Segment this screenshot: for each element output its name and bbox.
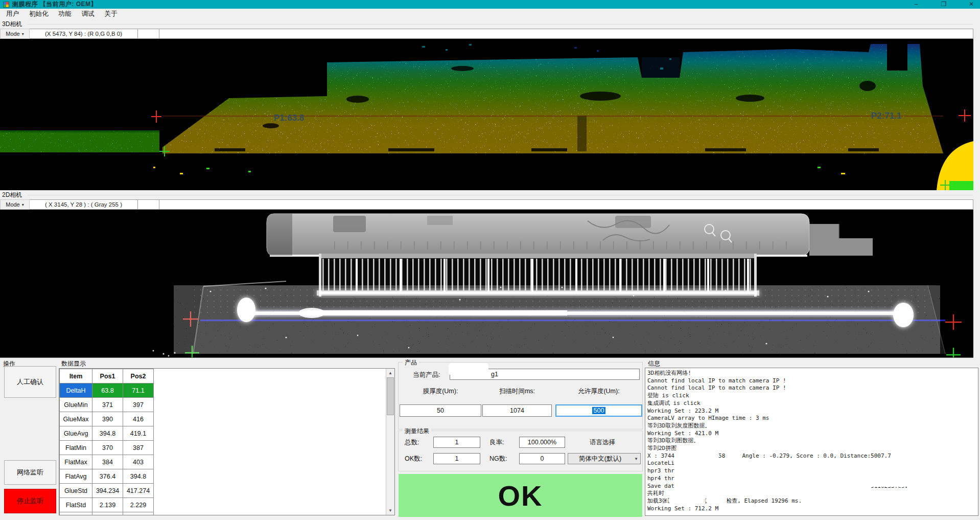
camera2d-view[interactable] [0, 210, 973, 358]
camera2d-group-label: 2D相机 [2, 190, 980, 199]
redaction-patch [675, 482, 849, 490]
camera2d-mode-bar: Mode ▾ ( X 3145, Y 28 ) : ( Gray 255 ) [0, 199, 973, 210]
table-row[interactable]: GlueAvg 394.8 419.1 [60, 426, 154, 441]
redaction-patch [449, 363, 488, 375]
cell-pos2[interactable]: 394.8 [123, 469, 154, 484]
language-select[interactable]: 简体中文(默认) ▾ [568, 453, 641, 464]
cell-pos1[interactable]: 384 [92, 455, 123, 469]
table-row[interactable]: FlatAvg 376.4 394.8 [60, 469, 154, 484]
cell-pos2[interactable]: 403 [123, 455, 154, 469]
cell-pos2[interactable]: 71.1 [123, 383, 154, 398]
cell-pos1[interactable]: 63.8 [92, 383, 123, 398]
yield-field[interactable]: 100.000% [519, 437, 565, 448]
mode-button-2d[interactable]: Mode ▾ [0, 199, 30, 210]
cell-pos2[interactable]: 2.229 [123, 498, 154, 512]
cell-item[interactable]: GlueAvg [60, 426, 92, 441]
yield-label: 良率: [489, 438, 504, 447]
film-thickness-label: 膜厚度(Um): [400, 387, 481, 396]
camera2d-statusbox-3 [159, 199, 973, 210]
cell-pos2[interactable]: 397 [123, 398, 154, 412]
menu-item-debug[interactable]: 调试 [77, 9, 100, 19]
cell-item[interactable]: FlatStd [60, 498, 92, 512]
cell-pos1[interactable]: 394.8 [92, 426, 123, 441]
manual-confirm-button[interactable]: 人工确认 [4, 366, 56, 398]
redaction-patch [706, 497, 727, 504]
cell-pos1[interactable]: 376.4 [92, 469, 123, 484]
chevron-down-icon: ▾ [22, 32, 24, 36]
network-listen-button[interactable]: 网络监听 [4, 460, 56, 485]
total-field[interactable]: 1 [433, 437, 480, 448]
table-row[interactable]: GlueStd 394.234 417.274 [60, 484, 154, 498]
scan-time-label: 扫描时间ms: [482, 387, 552, 396]
allowed-thickness-field[interactable]: 500 [555, 404, 642, 417]
table-scrollbar[interactable]: ▲ ▼ [386, 369, 394, 515]
table-row[interactable]: DeltaH 63.8 71.1 [60, 383, 154, 398]
allowed-thickness-label: 允许厚度(Um): [555, 387, 642, 396]
log-line: 等到3D取到灰度图数据。 [647, 422, 978, 430]
verdict-banner: OK [399, 474, 642, 517]
mode-button-3d[interactable]: Mode ▾ [0, 29, 30, 39]
log-line: 等到3D取到图数据。 [647, 437, 978, 445]
window-title: 测膜程序 【当前用户: OEM】 [12, 0, 97, 9]
cell-item[interactable]: DeltaH [60, 383, 92, 398]
bottom-panel: 操作 人工确认 网络监听 停止监听 数据显示 Item Pos1 Pos2 De… [0, 358, 980, 520]
log-line: Working Set : 223.2 M [647, 408, 978, 415]
log-line: 加载3张图 相机 执行AOI检查, Elapsed 19296 ms. [647, 498, 978, 505]
minimize-button[interactable]: – [912, 0, 921, 9]
table-row[interactable]: FlatMax 384 403 [60, 455, 154, 469]
results-group-title: 测量结果 [403, 427, 431, 436]
cell-pos2[interactable]: 417.274 [123, 484, 154, 498]
cell-pos1[interactable]: 370 [92, 441, 123, 455]
chevron-down-icon: ▾ [22, 202, 24, 207]
cell-item[interactable]: GlueMax [60, 412, 92, 426]
redaction-patch [711, 437, 777, 444]
table-row[interactable]: X 2583.5 7866.7 [60, 512, 154, 516]
cell-item[interactable]: FlatAvg [60, 469, 92, 484]
menu-item-about[interactable]: 关于 [100, 9, 123, 19]
cell-pos2[interactable]: 387 [123, 441, 154, 455]
camera3d-view[interactable]: P1:63.8 P2:71.1 [0, 39, 973, 190]
scrollbar-thumb[interactable] [387, 377, 394, 415]
cell-item[interactable]: FlatMax [60, 455, 92, 469]
cell-item[interactable]: GlueStd [60, 484, 92, 498]
cell-pos2[interactable]: 419.1 [123, 426, 154, 441]
chevron-down-icon: ▾ [632, 456, 640, 461]
scroll-down-icon[interactable]: ▼ [386, 506, 394, 515]
ng-count-field[interactable]: 0 [519, 453, 565, 464]
scan-time-field[interactable]: 1074 [482, 404, 552, 417]
table-row[interactable]: GlueMax 390 416 [60, 412, 154, 426]
log-line: Working Set : 421.0 M [647, 430, 978, 438]
close-button[interactable]: ✕ [967, 0, 976, 9]
cell-pos2[interactable]: 416 [123, 412, 154, 426]
menu-item-init[interactable]: 初始化 [24, 9, 54, 19]
p1-measurement-annotation: P1:63.8 [274, 113, 305, 123]
maximize-button[interactable]: ❐ [939, 0, 948, 9]
cell-pos1[interactable]: 390 [92, 412, 123, 426]
table-row[interactable]: GlueMin 371 397 [60, 398, 154, 412]
stop-listen-button[interactable]: 停止监听 [4, 489, 56, 513]
menu-item-user[interactable]: 用户 [1, 9, 24, 19]
cell-pos2[interactable]: 7866.7 [123, 512, 154, 516]
menu-item-function[interactable]: 功能 [54, 9, 77, 19]
log-line: 集成调试 is click [647, 400, 978, 408]
title-bar: 测膜程序 【当前用户: OEM】 – ❐ ✕ [0, 0, 980, 9]
data-display-title: 数据显示 [61, 359, 86, 368]
scroll-up-icon[interactable]: ▲ [386, 369, 394, 377]
table-row[interactable]: FlatStd 2.139 2.229 [60, 498, 154, 512]
log-line: Cannot find local IP to match camera IP … [647, 385, 978, 392]
cell-pos1[interactable]: 371 [92, 398, 123, 412]
table-row[interactable]: FlatMin 370 387 [60, 441, 154, 455]
ok-count-field[interactable]: 1 [433, 453, 480, 464]
film-thickness-field[interactable]: 50 [400, 404, 481, 417]
redaction-patch [855, 481, 942, 487]
cell-item[interactable]: GlueMin [60, 398, 92, 412]
cell-pos1[interactable]: 394.234 [92, 484, 123, 498]
grayscale-2d [0, 210, 973, 358]
cell-item[interactable]: X [60, 512, 92, 516]
cell-item[interactable]: FlatMin [60, 441, 92, 455]
cell-pos1[interactable]: 2.139 [92, 498, 123, 512]
ng-count-label: NG数: [489, 455, 507, 463]
data-table-panel: Item Pos1 Pos2 DeltaH 63.8 71.1 GlueMin … [59, 368, 395, 515]
cell-pos1[interactable]: 2583.5 [92, 512, 123, 516]
info-log[interactable]: 3D相机没有网络! Cannot find local IP to match … [645, 368, 978, 516]
